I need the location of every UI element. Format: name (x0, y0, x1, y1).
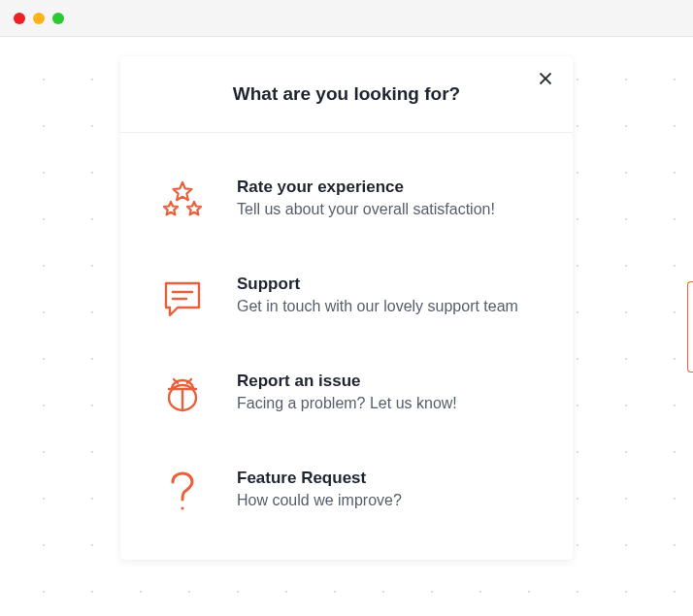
window-maximize-button[interactable] (52, 13, 64, 24)
question-icon (159, 469, 206, 515)
option-report-issue[interactable]: Report an issue Facing a problem? Let us… (149, 346, 544, 443)
window-close-button[interactable] (14, 13, 25, 24)
option-title: Report an issue (237, 372, 534, 391)
feedback-modal: What are you looking for? Rate your expe… (120, 56, 573, 560)
close-button[interactable] (536, 70, 555, 89)
option-title: Support (237, 275, 534, 294)
bug-icon (159, 372, 206, 418)
close-icon (539, 70, 552, 90)
option-desc: Tell us about your overall satisfaction! (237, 199, 534, 220)
option-title: Feature Request (237, 469, 534, 488)
svg-point-9 (181, 506, 183, 509)
option-title: Rate your experience (237, 178, 534, 197)
window-minimize-button[interactable] (33, 13, 45, 24)
option-desc: Facing a problem? Let us know! (237, 393, 534, 414)
modal-title: What are you looking for? (140, 83, 553, 105)
stars-icon (159, 178, 206, 224)
option-desc: Get in touch with our lovely support tea… (237, 296, 534, 317)
options-list: Rate your experience Tell us about your … (120, 133, 573, 560)
option-support[interactable]: Support Get in touch with our lovely sup… (149, 249, 544, 346)
modal-header: What are you looking for? (120, 56, 573, 133)
chat-icon (159, 275, 206, 321)
window-titlebar (0, 0, 693, 37)
option-feature-request[interactable]: Feature Request How could we improve? (149, 443, 544, 540)
option-text: Support Get in touch with our lovely sup… (237, 275, 534, 317)
option-text: Report an issue Facing a problem? Let us… (237, 372, 534, 414)
option-text: Feature Request How could we improve? (237, 469, 534, 511)
option-desc: How could we improve? (237, 490, 534, 511)
feedback-edge-tab[interactable] (687, 281, 693, 373)
option-rate-experience[interactable]: Rate your experience Tell us about your … (149, 152, 544, 249)
option-text: Rate your experience Tell us about your … (237, 178, 534, 220)
